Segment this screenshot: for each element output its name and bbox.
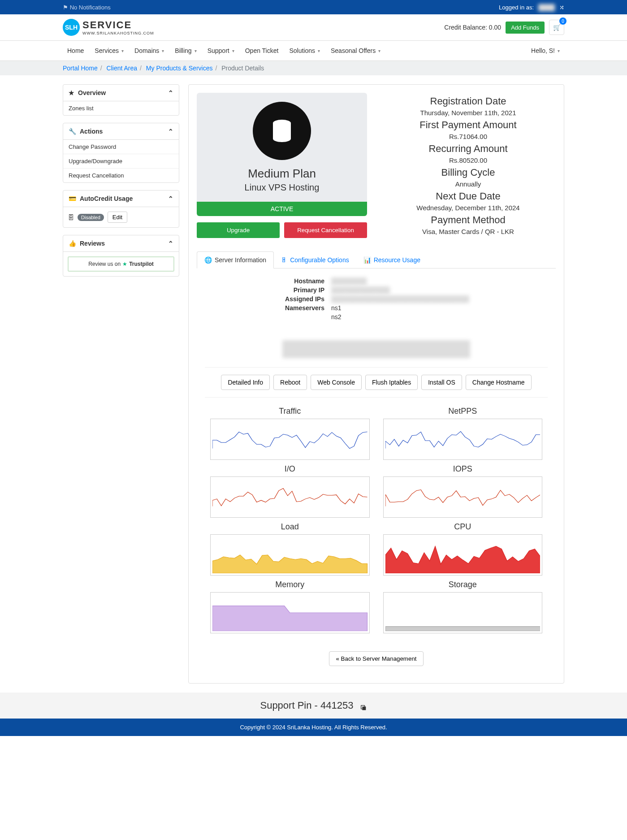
chart-title-i/o: I/O bbox=[210, 464, 370, 474]
chevron-up-icon: ⌃ bbox=[168, 195, 173, 202]
chevron-up-icon: ⌃ bbox=[168, 89, 173, 96]
tab-resource-usage[interactable]: 📊 Resource Usage bbox=[356, 251, 428, 268]
chart-traffic[interactable] bbox=[210, 419, 370, 460]
upgrade-button[interactable]: Upgrade bbox=[197, 222, 280, 238]
chart-title-memory: Memory bbox=[210, 580, 370, 589]
primary-ip-value: ███.███.███.███ bbox=[331, 286, 390, 294]
chart-title-storage: Storage bbox=[383, 580, 543, 589]
due-heading: Next Due Date bbox=[381, 191, 556, 202]
action-flush-iptables-button[interactable]: Flush Iptables bbox=[365, 375, 418, 390]
nav-billing[interactable]: Billing bbox=[170, 41, 201, 61]
breadcrumb-products[interactable]: My Products & Services bbox=[146, 65, 213, 72]
cart-button[interactable]: 🛒 0 bbox=[549, 20, 564, 35]
switch-icon[interactable]: ⤭ bbox=[559, 4, 564, 11]
action-change-hostname-button[interactable]: Change Hostname bbox=[466, 375, 532, 390]
sidebar-actions-header[interactable]: 🔧Actions ⌃ bbox=[63, 123, 179, 140]
breadcrumb-client[interactable]: Client Area bbox=[107, 65, 137, 72]
payment-heading: Payment Method bbox=[381, 214, 556, 226]
recurring-value: Rs.80520.00 bbox=[381, 156, 556, 164]
notifications-link[interactable]: ⚑ No Notifications bbox=[63, 4, 111, 11]
database-icon bbox=[253, 102, 311, 160]
chart-netpps[interactable] bbox=[383, 419, 543, 460]
sidebar-item-zones[interactable]: Zones list bbox=[63, 101, 179, 115]
wrench-icon: 🔧 bbox=[69, 128, 76, 135]
request-cancellation-button[interactable]: Request Cancellation bbox=[284, 222, 367, 238]
due-value: Wednesday, December 11th, 2024 bbox=[381, 204, 556, 212]
nav-home[interactable]: Home bbox=[63, 41, 88, 61]
svg-marker-3 bbox=[212, 606, 368, 631]
footer-copyright: Copyright © 2024 SriLanka Hosting. All R… bbox=[0, 719, 627, 736]
breadcrumb-current: Product Details bbox=[221, 65, 264, 72]
tab-server-info[interactable]: 🌐 Server Information bbox=[197, 251, 274, 268]
credit-balance: Credit Balance: 0.00 bbox=[444, 24, 501, 31]
chart-storage[interactable] bbox=[383, 592, 543, 633]
recurring-heading: Recurring Amount bbox=[381, 143, 556, 155]
sidebar-reviews-header[interactable]: 👍Reviews ⌃ bbox=[63, 235, 179, 252]
action-web-console-button[interactable]: Web Console bbox=[311, 375, 362, 390]
plan-subtitle: Linux VPS Hosting bbox=[245, 182, 320, 193]
breadcrumb-portal[interactable]: Portal Home bbox=[63, 65, 98, 72]
support-pin-label: Support Pin - 441253 bbox=[260, 700, 353, 711]
hello-user-dropdown[interactable]: Hello, S! bbox=[527, 41, 564, 61]
sidebar-overview-header[interactable]: ★Overview ⌃ bbox=[63, 85, 179, 101]
chart-cpu[interactable] bbox=[383, 534, 543, 576]
hostname-value: ████████ bbox=[331, 277, 367, 285]
chart-iops[interactable] bbox=[383, 476, 543, 518]
chart-title-cpu: CPU bbox=[383, 522, 543, 532]
domain-heading: ██████████.com bbox=[282, 340, 470, 358]
tab-config-options[interactable]: 🎚 Configurable Options bbox=[274, 251, 356, 268]
sidebar-autocredit-header[interactable]: 💳AutoCredit Usage ⌃ bbox=[63, 191, 179, 207]
svg-rect-5 bbox=[362, 707, 366, 710]
payment-value: Visa, Master Cards / QR - LKR bbox=[381, 228, 556, 235]
first-payment-heading: First Payment Amount bbox=[381, 119, 556, 131]
server-icon: 🗄 bbox=[68, 214, 74, 221]
add-funds-button[interactable]: Add Funds bbox=[506, 22, 545, 34]
chart-memory[interactable] bbox=[210, 592, 370, 633]
gauge-icon: 📊 bbox=[363, 256, 371, 264]
status-badge: ACTIVE bbox=[197, 202, 367, 216]
svg-marker-4 bbox=[385, 627, 541, 631]
cycle-value: Annually bbox=[381, 180, 556, 188]
sidebar-item-cancel[interactable]: Request Cancellation bbox=[63, 169, 179, 182]
trustpilot-link[interactable]: Review us on ★ Trustpilot bbox=[68, 256, 174, 272]
nav-seasonal-offers[interactable]: Seasonal Offers bbox=[326, 41, 385, 61]
nav-support[interactable]: Support bbox=[203, 41, 239, 61]
breadcrumb: Portal Home/ Client Area/ My Products & … bbox=[0, 61, 627, 75]
assigned-ips-value: ███████████████████████████████ bbox=[331, 295, 469, 303]
copy-icon[interactable] bbox=[360, 702, 367, 710]
nav-domains[interactable]: Domains bbox=[130, 41, 169, 61]
logo-icon: SLH bbox=[63, 19, 80, 36]
product-card: Medium Plan Linux VPS Hosting ACTIVE bbox=[197, 93, 367, 216]
sliders-icon: 🎚 bbox=[281, 256, 287, 264]
action-install-os-button[interactable]: Install OS bbox=[421, 375, 462, 390]
svg-marker-2 bbox=[385, 546, 541, 573]
logged-in-label: Logged in as: bbox=[499, 4, 534, 11]
sidebar-item-upgrade[interactable]: Upgrade/Downgrade bbox=[63, 154, 179, 169]
reg-date-heading: Registration Date bbox=[381, 95, 556, 107]
logged-in-user[interactable]: ████ bbox=[538, 4, 555, 11]
logo[interactable]: SLH SERVICE WWW.SRILANKAHOSTING.COM bbox=[63, 19, 154, 36]
flag-icon: ⚑ bbox=[63, 4, 68, 11]
globe-icon: 🌐 bbox=[204, 256, 212, 264]
chart-title-load: Load bbox=[210, 522, 370, 532]
chart-io[interactable] bbox=[210, 476, 370, 518]
back-to-server-mgmt-button[interactable]: « Back to Server Management bbox=[329, 651, 423, 666]
cycle-heading: Billing Cycle bbox=[381, 167, 556, 178]
thumb-icon: 👍 bbox=[69, 240, 76, 247]
chart-load[interactable] bbox=[210, 534, 370, 576]
sidebar-item-password[interactable]: Change Password bbox=[63, 140, 179, 154]
ns2-value: ns2 bbox=[331, 313, 342, 320]
nav-open-ticket[interactable]: Open Ticket bbox=[241, 41, 283, 61]
star-icon: ★ bbox=[69, 89, 74, 96]
chevron-up-icon: ⌃ bbox=[168, 128, 173, 135]
cart-badge: 0 bbox=[559, 17, 566, 25]
nav-services[interactable]: Services bbox=[90, 41, 128, 61]
chart-title-iops: IOPS bbox=[383, 464, 543, 474]
action-reboot-button[interactable]: Reboot bbox=[273, 375, 307, 390]
autocredit-edit-button[interactable]: Edit bbox=[108, 212, 127, 223]
nav-solutions[interactable]: Solutions bbox=[285, 41, 324, 61]
ns1-value: ns1 bbox=[331, 304, 342, 312]
reg-date-value: Thursday, November 11th, 2021 bbox=[381, 109, 556, 117]
svg-marker-1 bbox=[212, 555, 368, 573]
action-detailed-info-button[interactable]: Detailed Info bbox=[221, 375, 270, 390]
